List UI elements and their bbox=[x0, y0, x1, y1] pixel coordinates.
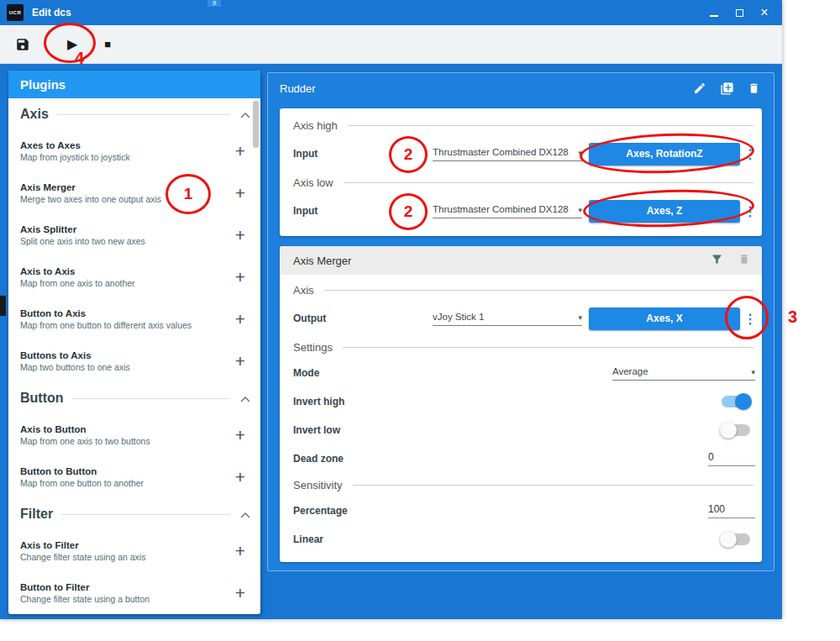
chevron-down-icon: ▾ bbox=[578, 206, 582, 214]
save-button[interactable] bbox=[15, 37, 30, 52]
setting-label: Mode bbox=[293, 367, 319, 379]
device-select[interactable]: vJoy Stick 1 ▾ bbox=[433, 312, 582, 326]
plugin-text: Axis to Button Map from one axis to two … bbox=[20, 424, 230, 446]
plugin-title: Axis to Axis bbox=[20, 266, 230, 276]
chevron-up-icon[interactable] bbox=[240, 507, 250, 522]
toggle-knob bbox=[735, 393, 752, 410]
percentage-input[interactable]: 100 bbox=[708, 503, 755, 518]
plugin-item-button-to-axis: Button to Axis Map from one button to di… bbox=[8, 298, 260, 340]
chevron-down-icon: ▾ bbox=[751, 368, 755, 376]
app-logo-icon: UCR bbox=[7, 4, 24, 21]
device-select-value: vJoy Stick 1 bbox=[433, 312, 575, 322]
plugin-title: Axis to Filter bbox=[20, 540, 230, 550]
group-header-settings: Settings bbox=[293, 335, 757, 359]
filter-icon[interactable] bbox=[711, 253, 723, 268]
chevron-down-icon: ▾ bbox=[578, 313, 582, 322]
add-plugin-button[interactable]: + bbox=[230, 141, 250, 161]
dead-zone-input[interactable]: 0 bbox=[708, 451, 755, 466]
close-button[interactable]: × bbox=[752, 3, 777, 23]
divider bbox=[344, 182, 753, 183]
plugins-section-header-filter[interactable]: Filter bbox=[8, 498, 260, 530]
chevron-up-icon[interactable] bbox=[240, 107, 250, 122]
edit-icon[interactable] bbox=[693, 81, 706, 95]
chevron-up-icon[interactable] bbox=[240, 391, 250, 406]
play-button[interactable]: ▶ bbox=[67, 36, 77, 52]
invert-low-toggle[interactable] bbox=[722, 424, 750, 436]
plugin-desc: Map two buttons to one axis bbox=[20, 362, 230, 372]
more-options-icon[interactable]: ⋮ bbox=[743, 203, 757, 219]
percentage-row: Percentage 100 bbox=[293, 497, 757, 525]
minimize-button[interactable] bbox=[701, 3, 727, 23]
divider bbox=[57, 114, 230, 115]
field-label: Input bbox=[293, 148, 419, 160]
binding-button-rotationz[interactable]: Axes, RotationZ bbox=[589, 143, 740, 166]
add-plugin-button[interactable]: + bbox=[230, 267, 250, 287]
setting-label: Percentage bbox=[293, 505, 348, 517]
plugin-desc: Map from one button to different axis va… bbox=[20, 320, 230, 330]
plugin-desc: Change filter state using a button bbox=[20, 594, 230, 604]
invert-low-row: Invert low bbox=[293, 416, 757, 444]
window-controls: × bbox=[701, 3, 777, 23]
binding-button-x[interactable]: Axes, X bbox=[589, 307, 740, 330]
plugins-section-header-button[interactable]: Button bbox=[8, 382, 260, 414]
group-header-axis: Axis bbox=[293, 278, 757, 302]
more-options-icon[interactable]: ⋮ bbox=[743, 146, 757, 162]
plugin-card-title: Axis Merger bbox=[293, 255, 351, 267]
add-plugin-button[interactable]: + bbox=[230, 309, 250, 329]
plugin-desc: Map from one axis to another bbox=[20, 278, 230, 288]
invert-high-row: Invert high bbox=[293, 387, 757, 416]
axis-merger-header: Axis Merger bbox=[280, 246, 762, 275]
plugin-desc: Map from one button to another bbox=[20, 478, 230, 488]
save-icon bbox=[15, 37, 30, 52]
output-row: Output vJoy Stick 1 ▾ Axes, X ⋮ bbox=[293, 302, 757, 335]
plugin-text: Button to Axis Map from one button to di… bbox=[20, 308, 230, 330]
add-plugin-button[interactable]: + bbox=[230, 425, 250, 445]
stop-button[interactable]: ■ bbox=[104, 38, 111, 50]
plugin-card-actions bbox=[711, 253, 750, 268]
add-plugin-button[interactable]: + bbox=[230, 541, 250, 561]
divider bbox=[353, 485, 753, 486]
plugin-title: Axes to Axes bbox=[20, 140, 230, 150]
plugin-title: Axis Merger bbox=[20, 182, 230, 192]
plugin-text: Button to Button Map from one button to … bbox=[20, 466, 230, 488]
plugin-text: Axes to Axes Map from joystick to joysti… bbox=[20, 140, 230, 162]
dead-zone-row: Dead zone 0 bbox=[293, 444, 757, 473]
device-select[interactable]: Thrustmaster Combined DX128 ▾ bbox=[433, 147, 582, 161]
plugin-item-axis-to-button: Axis to Button Map from one axis to two … bbox=[8, 414, 260, 456]
invert-high-toggle[interactable] bbox=[722, 396, 750, 407]
duplicate-icon[interactable] bbox=[720, 81, 734, 96]
plugin-title: Button to Axis bbox=[20, 308, 230, 318]
add-plugin-button[interactable]: + bbox=[230, 467, 250, 487]
plugin-desc: Change filter state using an axis bbox=[20, 552, 230, 562]
delete-icon[interactable] bbox=[738, 253, 750, 268]
plugins-section-header-axis[interactable]: Axis bbox=[8, 98, 260, 130]
titlebar[interactable]: UCR Edit dcs × bbox=[0, 0, 782, 25]
group-label: Axis bbox=[293, 284, 314, 297]
maximize-button[interactable] bbox=[727, 3, 752, 23]
screen-edge-tab bbox=[0, 296, 6, 316]
add-plugin-button[interactable]: + bbox=[230, 351, 250, 371]
mode-select[interactable]: Average ▾ bbox=[612, 366, 755, 381]
plugin-title: Button to Button bbox=[20, 466, 230, 476]
window-title: Edit dcs bbox=[32, 7, 71, 18]
plugin-item-axes-to-axes: Axes to Axes Map from joystick to joysti… bbox=[8, 130, 260, 172]
plugin-desc: Map from one axis to two buttons bbox=[20, 436, 230, 446]
add-plugin-button[interactable]: + bbox=[230, 183, 250, 203]
device-select[interactable]: Thrustmaster Combined DX128 ▾ bbox=[433, 204, 582, 218]
plugins-scrollbar[interactable] bbox=[253, 101, 260, 612]
plugin-desc: Map from joystick to joystick bbox=[20, 152, 230, 162]
more-options-icon[interactable]: ⋮ bbox=[743, 311, 757, 327]
axis-merger-card: Axis Merger Axis Output vJoy Stick bbox=[280, 246, 762, 562]
stop-icon: ■ bbox=[104, 38, 111, 50]
scrollbar-thumb[interactable] bbox=[253, 101, 259, 148]
linear-toggle[interactable] bbox=[722, 533, 750, 545]
add-plugin-button[interactable]: + bbox=[230, 225, 250, 245]
toolbar: ▶ ■ bbox=[0, 25, 782, 64]
binding-button-z[interactable]: Axes, Z bbox=[589, 200, 740, 223]
group-label: Axis low bbox=[293, 176, 333, 189]
plugin-text: Axis to Filter Change filter state using… bbox=[20, 540, 230, 562]
group-label: Sensitivity bbox=[293, 479, 343, 491]
add-plugin-button[interactable]: + bbox=[230, 583, 250, 603]
delete-icon[interactable] bbox=[748, 81, 760, 95]
mode-select-value: Average bbox=[612, 366, 748, 376]
